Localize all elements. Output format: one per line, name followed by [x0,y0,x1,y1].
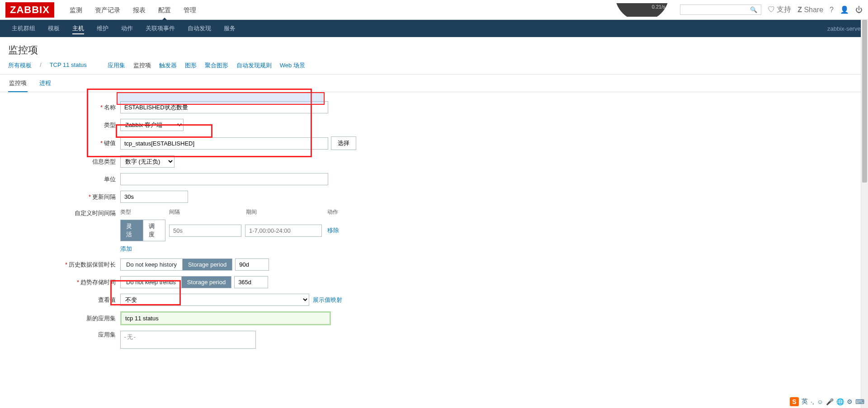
topnav-items: 监测 资产记录 报表 配置 管理 [63,0,615,20]
label-valuemap: 查看值 [98,296,116,303]
select-info-type[interactable]: 数字 (无正负) [120,155,175,168]
label-type: 类型 [104,122,116,128]
sub-navigation: 主机群组 模板 主机 维护 动作 关联项事件 自动发现 服务 zabbix-se… [0,20,868,37]
tab-item[interactable]: 监控项 [8,75,28,92]
label-info-type: 信息类型 [92,158,116,165]
server-name: zabbix-server [827,25,863,32]
select-type[interactable]: Zabbix 客户端 [120,119,184,131]
share-link[interactable]: Z Share [797,6,823,14]
link-ci-remove[interactable]: 移除 [327,226,339,234]
label-new-app: 新的应用集 [86,315,116,322]
input-history[interactable] [235,258,269,271]
breadcrumb-all-templates[interactable]: 所有模板 [8,61,32,70]
listbox-apps[interactable]: -无- [120,331,256,349]
breadcrumb: 所有模板 / TCP 11 status 应用集 监控项 触发器 图形 聚合图形… [0,61,868,75]
input-new-app[interactable] [120,311,331,325]
gauge-widget: 0.21/s [615,3,669,17]
label-custom-interval: 自定义时间间隔 [75,210,116,216]
power-icon[interactable]: ⏻ [855,6,863,14]
input-key[interactable] [120,137,328,150]
global-search[interactable]: 🔍 [680,5,761,15]
bc-web[interactable]: Web 场景 [280,61,305,70]
top-navigation: ZABBIX 监测 资产记录 报表 配置 管理 0.21/s 🔍 ♡ 支持 Z … [0,0,868,20]
ci-header-action: 动作 [327,208,338,216]
bc-triggers[interactable]: 触发器 [159,61,177,70]
input-name[interactable] [120,101,328,113]
vertical-scrollbar[interactable] [861,20,868,363]
item-form: *名称 类型 Zabbix 客户端 *键值 选择 信息类型 数字 (无正负) 单… [0,92,868,363]
topnav-configuration[interactable]: 配置 [152,0,177,20]
user-icon[interactable]: 👤 [840,5,849,14]
logo: ZABBIX [5,2,54,18]
subnav-discovery[interactable]: 自动发现 [181,20,217,37]
ci-header-interval: 间隔 [169,208,246,216]
tab-preprocessing[interactable]: 进程 [38,75,52,92]
label-apps: 应用集 [98,331,116,338]
subnav-templates[interactable]: 模板 [42,20,66,37]
label-trends: 趋势存储时间 [80,279,116,286]
topnav-monitoring[interactable]: 监测 [63,0,89,20]
label-history: 历史数据保留时长 [69,261,116,268]
bc-discovery[interactable]: 自动发现规则 [236,61,272,70]
label-key: 键值 [104,140,116,146]
seg-flexible[interactable]: 灵活 [121,220,143,241]
item-tabs: 监控项 进程 [0,75,868,92]
bc-graphs[interactable]: 图形 [185,61,197,70]
input-trends[interactable] [234,276,268,288]
link-show-valuemap[interactable]: 展示值映射 [313,296,342,304]
ci-header-period: 期间 [246,208,327,216]
button-select-key[interactable]: 选择 [331,136,356,150]
subnav-actions[interactable]: 动作 [115,20,139,37]
subnav-hostgroups[interactable]: 主机群组 [5,20,42,37]
support-link[interactable]: ♡ 支持 [768,5,791,14]
seg-trends-nokeep[interactable]: Do not keep trends [121,277,182,288]
subnav-hosts[interactable]: 主机 [66,20,90,37]
topnav-inventory[interactable]: 资产记录 [89,0,127,20]
scrollbar-thumb[interactable] [862,20,867,183]
page-title: 监控项 [0,37,868,61]
input-ci-interval[interactable] [169,225,241,237]
seg-scheduling[interactable]: 调度 [143,220,165,241]
link-ci-add[interactable]: 添加 [120,245,339,253]
help-icon[interactable]: ? [830,6,834,14]
input-units[interactable] [120,173,328,185]
seg-trends-storage[interactable]: Storage period [182,277,231,288]
ci-header-type: 类型 [120,208,169,216]
input-update-interval[interactable] [120,191,188,203]
bc-screens[interactable]: 聚合图形 [205,61,228,70]
select-valuemap[interactable]: 不变 [120,294,309,306]
label-name: 名称 [104,104,116,111]
bc-applications[interactable]: 应用集 [108,61,125,70]
seg-history-nokeeep[interactable]: Do not keep history [121,259,183,270]
label-update-interval: 更新间隔 [92,193,116,200]
seg-history-storage[interactable]: Storage period [183,259,232,270]
topnav-reports[interactable]: 报表 [127,0,152,20]
label-units: 单位 [104,176,116,183]
subnav-maintenance[interactable]: 维护 [90,20,115,37]
breadcrumb-template[interactable]: TCP 11 status [50,61,87,70]
subnav-correlation[interactable]: 关联项事件 [139,20,181,37]
subnav-services[interactable]: 服务 [217,20,242,37]
bc-items[interactable]: 监控项 [133,61,151,70]
input-ci-period[interactable] [245,225,322,237]
search-icon: 🔍 [750,6,757,13]
topnav-administration[interactable]: 管理 [177,0,203,20]
